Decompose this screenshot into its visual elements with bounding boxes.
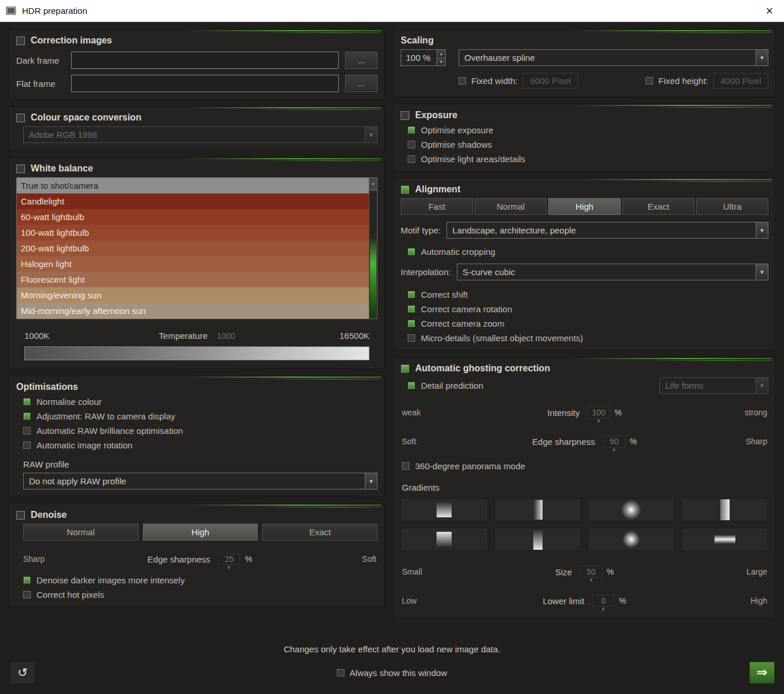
always-show-checkbox[interactable] [337,669,345,677]
fixed-height-group: Fixed height: 4000 Pixel [646,73,768,89]
scaling-method-select[interactable]: Overhauser spline ▼ [459,49,768,66]
temperature-value[interactable]: 1000 [217,331,235,341]
optimise-light-areas-checkbox[interactable] [408,155,415,163]
detail-mode-select[interactable]: Life forms ▼ [660,377,768,394]
optimise-exposure-checkbox[interactable] [408,126,415,134]
gradient-option-6[interactable] [494,528,582,551]
white-balance-checkbox[interactable] [16,165,25,173]
image-rotation-checkbox[interactable] [23,441,31,449]
slider-value[interactable]: 50 [580,566,602,578]
lower-limit-slider[interactable]: Low Lower limit 0 % High [402,594,767,608]
wb-item-60-watt[interactable]: 60-watt lightbulb [17,209,369,225]
slider-value[interactable]: 100 [588,407,610,418]
gradient-option-4[interactable] [682,498,769,521]
gradients-grid [401,498,768,551]
gradient-option-1[interactable] [401,498,488,521]
wb-item-mid-morning-sun[interactable]: Mid-morning/early afternoon sun [17,303,369,319]
hot-pixels-label: Correct hot pixels [36,590,104,600]
gradient-option-3[interactable] [588,498,675,521]
flat-frame-input[interactable] [71,75,339,92]
alignment-mode-fast-button[interactable]: Fast [401,198,473,215]
proceed-button[interactable]: ⇒ [749,662,775,684]
gradient-shape-square-fade-up [437,532,452,547]
temperature-gradient-slider[interactable] [24,346,369,360]
section-optimisations: Optimisations Normalise colour Adjustmen… [9,375,385,497]
hdr-preparation-window: HDR preparation × Correction images Dark… [0,0,784,694]
intensity-slider[interactable]: weak Intensity 100 % strong [402,406,767,419]
size-slider[interactable]: Small Size 50 % Large [402,565,767,579]
slider-value[interactable]: 25 [218,553,240,565]
optimise-shadows-label: Optimise shadows [421,140,492,149]
denoise-darker-checkbox[interactable] [23,576,31,584]
normalise-colour-checkbox[interactable] [23,398,31,406]
gradient-shape-bar-fade-down [533,529,543,550]
correction-images-checkbox[interactable] [16,36,25,45]
colour-space-checkbox[interactable] [16,114,25,122]
scrollbar-thumb[interactable] [369,178,377,191]
raw-brilliance-checkbox[interactable] [23,427,31,434]
spin-up-icon[interactable]: ▲ [437,50,445,58]
raw-to-camera-checkbox[interactable] [23,412,31,420]
optimise-shadows-checkbox[interactable] [408,141,415,148]
spin-down-icon[interactable]: ▼ [437,58,445,65]
scale-percent-spinner[interactable]: 100 % ▲▼ [401,49,446,66]
denoise-checkbox[interactable] [16,511,25,520]
wb-item-fluorescent[interactable]: Fluorescent light [17,272,369,287]
colour-space-select[interactable]: Adobe RGB 1998 ▼ [23,126,378,143]
wb-item-200-watt[interactable]: 200-watt lightbulb [17,240,369,256]
option-row: Micro-details (smallest object movements… [408,333,768,343]
close-button[interactable]: × [760,1,779,21]
spinner-arrows[interactable]: ▲▼ [437,50,445,65]
left-column: Correction images Dark frame ... Flat fr… [9,29,385,637]
wb-item-halogen[interactable]: Halogen light [17,256,369,272]
flat-frame-browse-button[interactable]: ... [345,75,378,92]
denoise-edge-sharpness-slider[interactable]: Sharp Edge sharpness 25 % Soft [23,552,376,566]
alignment-mode-exact-button[interactable]: Exact [622,198,695,215]
micro-details-checkbox[interactable] [408,334,415,342]
slider-value[interactable]: 50 [603,436,625,447]
temperature-max-label: 16500K [339,331,369,341]
detail-prediction-checkbox[interactable] [408,382,415,389]
wb-item-100-watt[interactable]: 100-watt lightbulb [17,225,369,240]
wb-item-true-to-shot[interactable]: True to shot/camera [17,178,369,193]
fixed-width-input[interactable]: 6000 Pixel [523,73,578,89]
fixed-height-input[interactable]: 4000 Pixel [713,73,768,89]
denoise-mode-exact-button[interactable]: Exact [262,524,378,540]
exposure-checkbox[interactable] [401,111,409,120]
white-balance-scrollbar[interactable] [369,178,377,319]
raw-profile-select[interactable]: Do not apply RAW profile ▼ [23,473,378,490]
interpolation-select[interactable]: S-curve cubic ▼ [457,264,768,280]
gradient-option-2[interactable] [494,498,582,521]
undo-button[interactable]: ↺ [9,661,36,684]
slider-value[interactable]: 0 [592,595,614,607]
alignment-checkbox[interactable] [401,185,409,194]
alignment-mode-ultra-button[interactable]: Ultra [696,198,768,215]
dark-frame-browse-button[interactable]: ... [345,52,378,69]
denoise-mode-high-button[interactable]: High [143,524,258,540]
correct-camera-rotation-checkbox[interactable] [408,305,415,313]
alignment-mode-normal-button[interactable]: Normal [475,198,547,215]
gradient-option-5[interactable] [401,528,488,551]
wb-item-morning-evening-sun[interactable]: Morning/evening sun [17,287,369,303]
slider-label: Edge sharpness [148,554,210,564]
dark-frame-input[interactable] [71,52,339,69]
fixed-height-checkbox[interactable] [646,77,653,85]
alignment-mode-high-button[interactable]: High [548,198,621,215]
panorama-mode-checkbox[interactable] [402,462,409,470]
motif-type-select[interactable]: Landscape, architecture, people ▼ [446,222,768,239]
scale-percent-value: 100 % [401,50,437,65]
gradient-option-7[interactable] [588,528,675,551]
correct-camera-zoom-checkbox[interactable] [408,320,415,327]
gradient-option-8[interactable] [682,528,769,551]
ghosting-correction-checkbox[interactable] [401,364,409,373]
wb-item-candlelight[interactable]: Candlelight [17,193,369,209]
raw-profile-value: Do not apply RAW profile [24,473,365,489]
ghosting-edge-sharpness-slider[interactable]: Soft Edge sharpness 50 % Sharp [402,434,767,448]
gradients-label: Gradients [402,483,768,492]
correct-shift-checkbox[interactable] [408,291,415,298]
hot-pixels-checkbox[interactable] [23,591,31,598]
automatic-cropping-checkbox[interactable] [408,248,415,255]
slider-unit: % [245,554,252,564]
fixed-width-checkbox[interactable] [459,77,466,85]
denoise-mode-normal-button[interactable]: Normal [23,524,138,540]
